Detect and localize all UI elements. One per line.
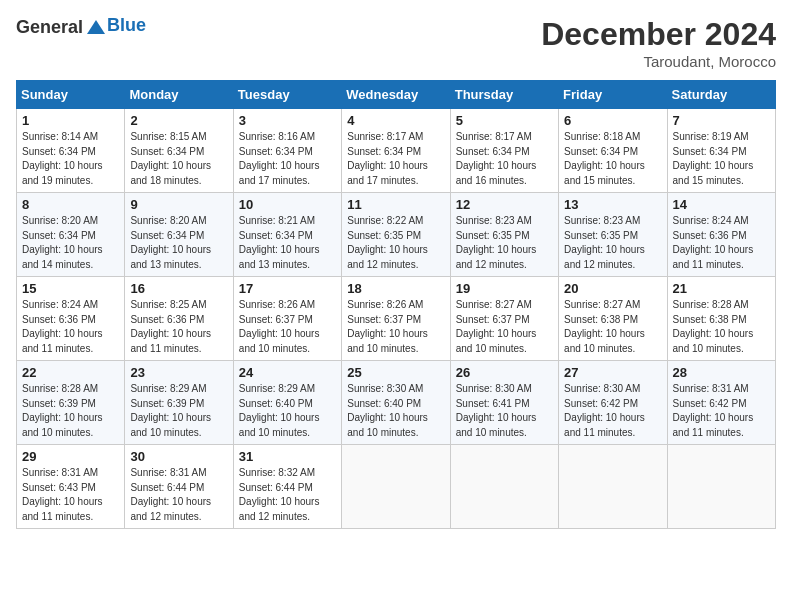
- calendar-cell: 13Sunrise: 8:23 AMSunset: 6:35 PMDayligh…: [559, 193, 667, 277]
- calendar-week-2: 8Sunrise: 8:20 AMSunset: 6:34 PMDaylight…: [17, 193, 776, 277]
- day-info: Sunrise: 8:27 AMSunset: 6:38 PMDaylight:…: [564, 298, 661, 356]
- day-info: Sunrise: 8:20 AMSunset: 6:34 PMDaylight:…: [22, 214, 119, 272]
- day-number: 4: [347, 113, 444, 128]
- logo-general: General: [16, 17, 83, 38]
- logo-blue: Blue: [107, 15, 146, 36]
- day-info: Sunrise: 8:26 AMSunset: 6:37 PMDaylight:…: [239, 298, 336, 356]
- month-title: December 2024: [541, 16, 776, 53]
- calendar-cell: 26Sunrise: 8:30 AMSunset: 6:41 PMDayligh…: [450, 361, 558, 445]
- day-number: 3: [239, 113, 336, 128]
- day-info: Sunrise: 8:30 AMSunset: 6:42 PMDaylight:…: [564, 382, 661, 440]
- calendar-cell: 17Sunrise: 8:26 AMSunset: 6:37 PMDayligh…: [233, 277, 341, 361]
- day-info: Sunrise: 8:30 AMSunset: 6:40 PMDaylight:…: [347, 382, 444, 440]
- day-info: Sunrise: 8:21 AMSunset: 6:34 PMDaylight:…: [239, 214, 336, 272]
- calendar-cell: 2Sunrise: 8:15 AMSunset: 6:34 PMDaylight…: [125, 109, 233, 193]
- day-number: 27: [564, 365, 661, 380]
- calendar-cell: 22Sunrise: 8:28 AMSunset: 6:39 PMDayligh…: [17, 361, 125, 445]
- calendar-week-1: 1Sunrise: 8:14 AMSunset: 6:34 PMDaylight…: [17, 109, 776, 193]
- day-info: Sunrise: 8:29 AMSunset: 6:40 PMDaylight:…: [239, 382, 336, 440]
- day-info: Sunrise: 8:28 AMSunset: 6:39 PMDaylight:…: [22, 382, 119, 440]
- day-number: 26: [456, 365, 553, 380]
- day-info: Sunrise: 8:24 AMSunset: 6:36 PMDaylight:…: [22, 298, 119, 356]
- day-number: 9: [130, 197, 227, 212]
- day-info: Sunrise: 8:19 AMSunset: 6:34 PMDaylight:…: [673, 130, 770, 188]
- logo: General Blue: [16, 16, 146, 38]
- day-info: Sunrise: 8:27 AMSunset: 6:37 PMDaylight:…: [456, 298, 553, 356]
- day-number: 12: [456, 197, 553, 212]
- day-info: Sunrise: 8:14 AMSunset: 6:34 PMDaylight:…: [22, 130, 119, 188]
- calendar-cell: 20Sunrise: 8:27 AMSunset: 6:38 PMDayligh…: [559, 277, 667, 361]
- day-info: Sunrise: 8:24 AMSunset: 6:36 PMDaylight:…: [673, 214, 770, 272]
- calendar-cell: 28Sunrise: 8:31 AMSunset: 6:42 PMDayligh…: [667, 361, 775, 445]
- weekday-header-monday: Monday: [125, 81, 233, 109]
- calendar-cell: 30Sunrise: 8:31 AMSunset: 6:44 PMDayligh…: [125, 445, 233, 529]
- day-number: 30: [130, 449, 227, 464]
- day-info: Sunrise: 8:31 AMSunset: 6:43 PMDaylight:…: [22, 466, 119, 524]
- calendar-header-row: SundayMondayTuesdayWednesdayThursdayFrid…: [17, 81, 776, 109]
- day-number: 21: [673, 281, 770, 296]
- weekday-header-wednesday: Wednesday: [342, 81, 450, 109]
- calendar-cell: [342, 445, 450, 529]
- weekday-header-tuesday: Tuesday: [233, 81, 341, 109]
- day-info: Sunrise: 8:25 AMSunset: 6:36 PMDaylight:…: [130, 298, 227, 356]
- calendar-cell: 15Sunrise: 8:24 AMSunset: 6:36 PMDayligh…: [17, 277, 125, 361]
- day-number: 17: [239, 281, 336, 296]
- weekday-header-thursday: Thursday: [450, 81, 558, 109]
- day-info: Sunrise: 8:28 AMSunset: 6:38 PMDaylight:…: [673, 298, 770, 356]
- day-number: 10: [239, 197, 336, 212]
- day-info: Sunrise: 8:29 AMSunset: 6:39 PMDaylight:…: [130, 382, 227, 440]
- page-header: General Blue December 2024 Taroudant, Mo…: [16, 16, 776, 70]
- calendar-cell: [667, 445, 775, 529]
- calendar-cell: 6Sunrise: 8:18 AMSunset: 6:34 PMDaylight…: [559, 109, 667, 193]
- calendar-cell: 10Sunrise: 8:21 AMSunset: 6:34 PMDayligh…: [233, 193, 341, 277]
- calendar-cell: 7Sunrise: 8:19 AMSunset: 6:34 PMDaylight…: [667, 109, 775, 193]
- calendar-cell: 8Sunrise: 8:20 AMSunset: 6:34 PMDaylight…: [17, 193, 125, 277]
- day-number: 19: [456, 281, 553, 296]
- day-info: Sunrise: 8:18 AMSunset: 6:34 PMDaylight:…: [564, 130, 661, 188]
- calendar-cell: 31Sunrise: 8:32 AMSunset: 6:44 PMDayligh…: [233, 445, 341, 529]
- day-number: 13: [564, 197, 661, 212]
- day-number: 7: [673, 113, 770, 128]
- day-number: 2: [130, 113, 227, 128]
- day-info: Sunrise: 8:31 AMSunset: 6:42 PMDaylight:…: [673, 382, 770, 440]
- day-info: Sunrise: 8:22 AMSunset: 6:35 PMDaylight:…: [347, 214, 444, 272]
- day-number: 20: [564, 281, 661, 296]
- day-number: 29: [22, 449, 119, 464]
- day-number: 24: [239, 365, 336, 380]
- calendar-cell: 16Sunrise: 8:25 AMSunset: 6:36 PMDayligh…: [125, 277, 233, 361]
- day-info: Sunrise: 8:17 AMSunset: 6:34 PMDaylight:…: [347, 130, 444, 188]
- weekday-header-friday: Friday: [559, 81, 667, 109]
- day-number: 25: [347, 365, 444, 380]
- calendar-cell: 25Sunrise: 8:30 AMSunset: 6:40 PMDayligh…: [342, 361, 450, 445]
- calendar-cell: 4Sunrise: 8:17 AMSunset: 6:34 PMDaylight…: [342, 109, 450, 193]
- day-info: Sunrise: 8:26 AMSunset: 6:37 PMDaylight:…: [347, 298, 444, 356]
- calendar-cell: 23Sunrise: 8:29 AMSunset: 6:39 PMDayligh…: [125, 361, 233, 445]
- day-number: 14: [673, 197, 770, 212]
- day-number: 18: [347, 281, 444, 296]
- calendar-cell: 27Sunrise: 8:30 AMSunset: 6:42 PMDayligh…: [559, 361, 667, 445]
- day-info: Sunrise: 8:17 AMSunset: 6:34 PMDaylight:…: [456, 130, 553, 188]
- calendar-cell: [450, 445, 558, 529]
- day-number: 23: [130, 365, 227, 380]
- calendar-cell: 18Sunrise: 8:26 AMSunset: 6:37 PMDayligh…: [342, 277, 450, 361]
- calendar-cell: 3Sunrise: 8:16 AMSunset: 6:34 PMDaylight…: [233, 109, 341, 193]
- calendar-week-3: 15Sunrise: 8:24 AMSunset: 6:36 PMDayligh…: [17, 277, 776, 361]
- calendar-cell: 19Sunrise: 8:27 AMSunset: 6:37 PMDayligh…: [450, 277, 558, 361]
- day-number: 8: [22, 197, 119, 212]
- day-number: 1: [22, 113, 119, 128]
- calendar-cell: 24Sunrise: 8:29 AMSunset: 6:40 PMDayligh…: [233, 361, 341, 445]
- day-info: Sunrise: 8:15 AMSunset: 6:34 PMDaylight:…: [130, 130, 227, 188]
- day-info: Sunrise: 8:31 AMSunset: 6:44 PMDaylight:…: [130, 466, 227, 524]
- location: Taroudant, Morocco: [541, 53, 776, 70]
- calendar-cell: 11Sunrise: 8:22 AMSunset: 6:35 PMDayligh…: [342, 193, 450, 277]
- day-info: Sunrise: 8:23 AMSunset: 6:35 PMDaylight:…: [456, 214, 553, 272]
- svg-marker-0: [87, 20, 105, 34]
- calendar-cell: [559, 445, 667, 529]
- day-info: Sunrise: 8:20 AMSunset: 6:34 PMDaylight:…: [130, 214, 227, 272]
- day-number: 31: [239, 449, 336, 464]
- calendar-week-5: 29Sunrise: 8:31 AMSunset: 6:43 PMDayligh…: [17, 445, 776, 529]
- day-info: Sunrise: 8:16 AMSunset: 6:34 PMDaylight:…: [239, 130, 336, 188]
- calendar-week-4: 22Sunrise: 8:28 AMSunset: 6:39 PMDayligh…: [17, 361, 776, 445]
- calendar-cell: 1Sunrise: 8:14 AMSunset: 6:34 PMDaylight…: [17, 109, 125, 193]
- day-number: 22: [22, 365, 119, 380]
